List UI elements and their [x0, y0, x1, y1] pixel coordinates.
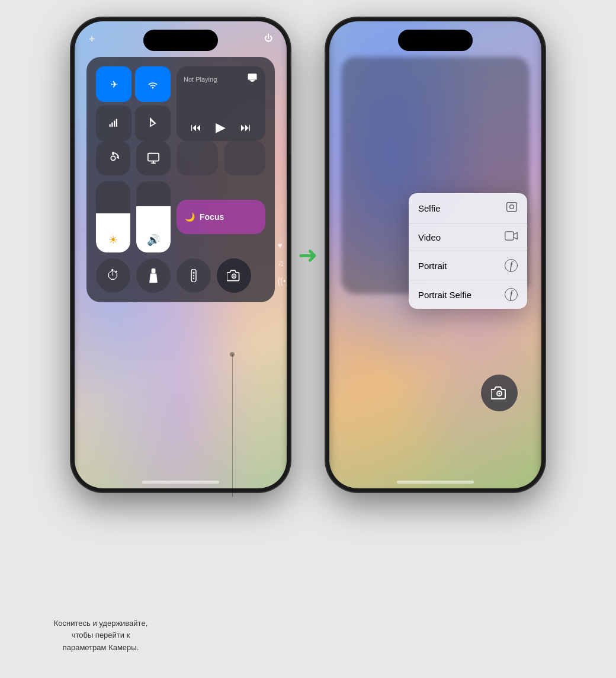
svg-point-22: [499, 393, 500, 395]
callout-line: [232, 354, 233, 497]
svg-rect-9: [152, 268, 156, 274]
svg-point-13: [192, 272, 194, 274]
cc-top-row: ✈: [96, 66, 265, 141]
focus-button[interactable]: 🌙 Focus: [177, 200, 265, 234]
svg-rect-2: [111, 123, 113, 127]
portrait-label: Portrait: [418, 261, 447, 271]
svg-rect-3: [114, 121, 115, 127]
svg-point-19: [510, 205, 514, 209]
portrait-selfie-icon: f: [505, 288, 518, 301]
selfie-icon: [506, 201, 518, 215]
page: + ⏻ ✈: [0, 0, 616, 678]
svg-point-17: [233, 276, 235, 277]
play-button[interactable]: ▶: [216, 120, 226, 135]
camera-context-menu: Selfie Video: [409, 193, 527, 309]
cc-slider-focus-row: ☀ 🔊 🌙 Focus: [96, 181, 265, 252]
svg-rect-4: [116, 119, 117, 127]
portrait-selfie-label: Portrait Selfie: [418, 290, 471, 300]
flashlight-button[interactable]: [136, 258, 171, 293]
svg-rect-20: [505, 232, 514, 240]
media-title: Not Playing: [184, 76, 217, 83]
menu-item-video[interactable]: Video: [409, 223, 527, 251]
caption-area: Коснитесь и удерживайте, чтобы перейти к…: [36, 618, 166, 654]
volume-icon: 🔊: [147, 234, 160, 247]
cc-spacer-2: [224, 141, 265, 175]
phone-1: + ⏻ ✈: [71, 18, 290, 492]
airplay-icon[interactable]: [246, 72, 258, 86]
screen-mirror-button[interactable]: [136, 141, 171, 175]
selfie-label: Selfie: [418, 203, 441, 213]
cc-connectivity-quad: ✈: [96, 66, 171, 141]
focus-label: Focus: [200, 212, 224, 222]
camera-button[interactable]: [217, 258, 251, 293]
remote-button[interactable]: [177, 258, 211, 293]
fast-forward-button[interactable]: ⏭: [240, 121, 251, 134]
video-icon: [505, 231, 518, 243]
svg-point-0: [152, 87, 154, 89]
dynamic-island-2: [398, 30, 473, 51]
power-icon[interactable]: ⏻: [264, 33, 272, 43]
menu-item-portrait-selfie[interactable]: Portrait Selfie f: [409, 280, 527, 309]
rewind-button[interactable]: ⏮: [191, 121, 201, 134]
timer-button[interactable]: ⏱: [96, 258, 130, 293]
bluetooth-button[interactable]: [135, 105, 171, 141]
caption-line2: чтобы перейти к: [72, 631, 130, 639]
airplane-mode-button[interactable]: ✈: [96, 66, 131, 102]
caption-line1: Коснитесь и удерживайте,: [54, 619, 148, 628]
svg-point-6: [111, 156, 115, 160]
svg-rect-8: [148, 153, 159, 161]
power-side-button[interactable]: [290, 119, 290, 154]
arrow-container: ➜: [290, 18, 326, 492]
phone-2: Selfie Video: [326, 18, 545, 492]
caption-text: Коснитесь и удерживайте, чтобы перейти к…: [36, 618, 166, 654]
callout-dot: [230, 352, 235, 357]
svg-point-14: [193, 275, 194, 276]
svg-rect-7: [112, 152, 114, 155]
focus-icon: 🌙: [185, 212, 195, 222]
cellular-button[interactable]: [96, 105, 131, 141]
cc-second-row: [96, 141, 265, 175]
music-side-icon: ♫: [277, 258, 287, 268]
transition-arrow: ➜: [298, 241, 318, 268]
menu-item-selfie[interactable]: Selfie: [409, 193, 527, 223]
home-indicator-1[interactable]: [142, 481, 219, 484]
home-indicator-2[interactable]: [397, 481, 474, 484]
phone-1-screen: + ⏻ ✈: [75, 21, 287, 488]
volume-slider[interactable]: 🔊: [136, 181, 171, 252]
screen-rotation-lock-button[interactable]: [96, 141, 130, 175]
wifi-side-icon: ((•)): [277, 276, 287, 286]
svg-point-15: [193, 278, 194, 279]
cc-spacer-1: [177, 141, 218, 175]
plus-icon[interactable]: +: [89, 33, 95, 46]
menu-item-portrait[interactable]: Portrait f: [409, 251, 527, 280]
media-widget: Not Playing ⏮ ▶: [177, 66, 265, 141]
svg-rect-18: [507, 203, 517, 212]
video-label: Video: [418, 232, 441, 242]
svg-rect-5: [250, 80, 255, 81]
camera-button-2[interactable]: [481, 375, 518, 411]
dynamic-island-1: [143, 30, 218, 51]
control-center-panel: ✈: [86, 57, 275, 302]
heart-side-icon: ♥: [277, 241, 287, 250]
hotspot-button[interactable]: [135, 66, 171, 102]
phone-2-screen: Selfie Video: [329, 21, 541, 488]
brightness-icon: ☀: [108, 234, 118, 247]
svg-rect-1: [110, 124, 111, 127]
side-icons: ♥ ♫ ((•)): [277, 241, 287, 286]
cc-bottom-row: ⏱: [96, 258, 265, 293]
portrait-icon: f: [505, 259, 518, 272]
brightness-fill: [96, 213, 130, 252]
brightness-slider[interactable]: ☀: [96, 181, 130, 252]
caption-line3: параметрам Камеры.: [63, 643, 139, 652]
